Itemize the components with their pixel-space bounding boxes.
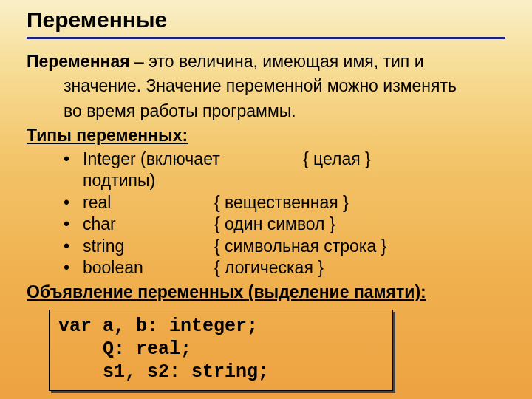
declaration-heading: Объявление переменных (выделение памяти)… xyxy=(27,282,505,303)
type-note: { символьная строка } xyxy=(208,236,505,257)
bullet-icon: • xyxy=(64,149,83,170)
code-box: var a, b: integer; Q: real; s1, s2: stri… xyxy=(49,310,393,391)
slide: Переменные Переменная – это величина, им… xyxy=(0,0,532,399)
bullet-icon: • xyxy=(64,257,83,279)
type-note: { логическая } xyxy=(208,257,505,279)
definition-rest-1: – это величина, имеющая имя, тип и xyxy=(130,52,424,71)
type-row-boolean: • boolean { логическая } xyxy=(27,257,505,279)
definition-term: Переменная xyxy=(27,52,130,71)
types-heading: Типы переменных: xyxy=(27,125,505,146)
type-note: { целая } xyxy=(297,149,505,170)
type-row-string: • string { символьная строка } xyxy=(27,236,505,257)
bullet-icon: • xyxy=(64,236,83,257)
type-name: string xyxy=(83,236,208,257)
type-name: boolean xyxy=(83,257,208,279)
bullet-icon: • xyxy=(64,214,83,235)
body: Переменная – это величина, имеющая имя, … xyxy=(27,51,505,391)
type-row-real: • real { вещественная } xyxy=(27,192,505,214)
type-note: { вещественная } xyxy=(208,192,505,214)
type-row-char: • char { один символ } xyxy=(27,214,505,235)
definition-line-3: во время работы программы. xyxy=(64,100,505,122)
type-name: real xyxy=(83,192,208,214)
type-name: Integer (включает подтипы) xyxy=(83,149,297,192)
code-line-2: Q: real; xyxy=(58,338,191,360)
type-row-integer: • Integer (включает подтипы) { целая } xyxy=(27,149,505,192)
code-line-3: s1, s2: string; xyxy=(58,361,269,383)
type-note: { один символ } xyxy=(208,214,505,235)
bullet-icon: • xyxy=(64,192,83,214)
title-rule xyxy=(27,37,505,39)
definition-line-2: значение. Значение переменной можно изме… xyxy=(64,75,505,97)
definition-line-1: Переменная – это величина, имеющая имя, … xyxy=(27,51,505,72)
type-name: char xyxy=(83,214,208,235)
code-line-1: var a, b: integer; xyxy=(58,316,258,337)
page-title: Переменные xyxy=(27,6,505,33)
